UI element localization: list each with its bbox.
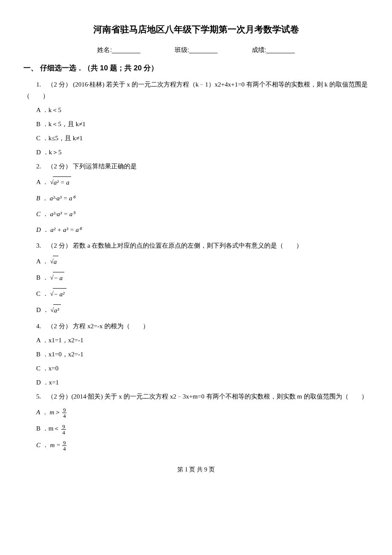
radicand: a	[53, 256, 59, 268]
question-1: 1. （2 分） (2016·桂林) 若关于 x 的一元二次方程方程（k﹣1）x…	[23, 79, 369, 102]
q2-option-c[interactable]: C ． a²·a³ = a⁵	[36, 208, 369, 220]
q3-option-d[interactable]: D ． √a³	[36, 304, 369, 316]
sqrt-icon: √a² = a	[50, 176, 71, 188]
q4-option-c[interactable]: C ．x=0	[36, 363, 369, 374]
q3-option-c[interactable]: C ． √− a²	[36, 288, 369, 300]
denominator: 4	[62, 413, 67, 419]
numerator: 9	[61, 424, 66, 430]
class-field[interactable]: 班级:________	[175, 44, 218, 55]
name-field[interactable]: 姓名:________	[97, 44, 140, 55]
q2-option-d[interactable]: D ． a² + a³ = a⁶	[36, 224, 369, 236]
score-field[interactable]: 成绩:________	[252, 44, 295, 55]
option-label: B ．	[36, 274, 49, 281]
fraction-icon: 94	[61, 424, 66, 435]
radicand: − a²	[53, 288, 66, 300]
denominator: 4	[61, 430, 66, 435]
option-label: A ． m＞	[36, 409, 61, 416]
q4-option-d[interactable]: D ．x=1	[36, 377, 369, 388]
q1-option-a[interactable]: A ．k＜5	[36, 104, 369, 116]
option-label: D ．	[36, 306, 49, 313]
option-label: B ．m＜	[36, 425, 61, 432]
sqrt-icon: √a	[50, 256, 59, 268]
radicand: a³	[53, 304, 61, 316]
question-3: 3. （2 分） 若数 a 在数轴上对应的点的位置在原点的左侧，则下列各式中有意…	[23, 240, 369, 251]
q2-option-a[interactable]: A ． √a² = a	[36, 176, 369, 188]
radicand: − a	[53, 272, 64, 284]
question-4: 4. （2 分） 方程 x2=-x 的根为（ ）	[23, 321, 369, 332]
question-2: 2. （2 分） 下列运算结果正确的是	[23, 161, 369, 172]
student-info-line: 姓名:________ 班级:________ 成绩:________	[23, 44, 369, 55]
q5-option-c[interactable]: C ． m = 94	[36, 439, 369, 451]
numerator: 9	[62, 407, 67, 413]
q3-option-a[interactable]: A ． √a	[36, 256, 369, 268]
fraction-icon: 94	[62, 407, 67, 419]
q4-option-a[interactable]: A ．x1=1，x2=-1	[36, 335, 369, 346]
denominator: 4	[62, 446, 67, 451]
sqrt-icon: √− a	[50, 272, 65, 284]
q1-option-b[interactable]: B ．k＜5，且 k≠1	[36, 119, 369, 130]
option-label: A ．	[36, 179, 49, 185]
q5-option-b[interactable]: B ．m＜ 94	[36, 423, 369, 435]
option-label: C ． m =	[36, 442, 62, 448]
section-1-header: 一、 仔细选一选．（共 10 题；共 20 分）	[23, 62, 369, 75]
fraction-icon: 94	[62, 440, 67, 451]
q2-option-b[interactable]: B ． a²·a³ = a⁶	[36, 193, 369, 204]
q1-option-c[interactable]: C ．k≤5，且 k≠1	[36, 133, 369, 144]
q5-option-a[interactable]: A ． m＞ 94	[36, 407, 369, 419]
page-footer: 第 1 页 共 9 页	[23, 464, 369, 475]
option-label: A ．	[36, 258, 49, 265]
sqrt-icon: √− a²	[50, 288, 66, 300]
question-5: 5. （2 分）(2014·韶关) 关于 x 的一元二次方程 x2﹣3x+m=0…	[23, 391, 369, 402]
sqrt-icon: √a³	[50, 304, 61, 316]
radicand: a² = a	[53, 176, 71, 188]
q3-option-b[interactable]: B ． √− a	[36, 272, 369, 284]
q4-option-b[interactable]: B ．x1=0，x2=-1	[36, 349, 369, 360]
exam-title: 河南省驻马店地区八年级下学期第一次月考数学试卷	[23, 21, 369, 38]
q1-option-d[interactable]: D ．k＞5	[36, 147, 369, 158]
option-label: C ．	[36, 290, 49, 297]
numerator: 9	[62, 440, 67, 446]
